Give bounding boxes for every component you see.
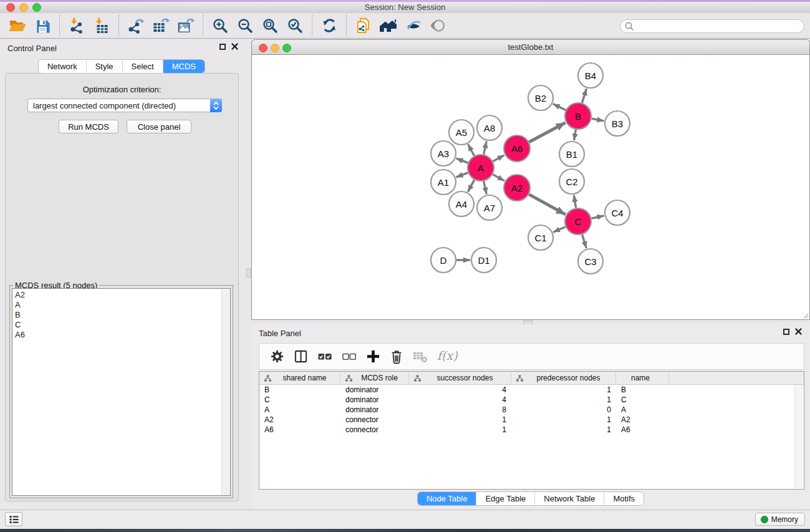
tab-mcds[interactable]: MCDS	[163, 60, 205, 73]
table-row[interactable]: A6connector11A6	[259, 425, 804, 435]
graph-edge-A-A3[interactable]	[456, 158, 468, 163]
table-row[interactable]: A2connector11A2	[259, 415, 804, 425]
network-canvas[interactable]: B4B2BB3A8A5A6A3B1AA1C2A2A4A7C4CC1C3DD1	[251, 55, 810, 320]
close-table-panel-icon[interactable]	[795, 328, 802, 335]
graph-node-A7[interactable]: A7	[477, 195, 502, 220]
deselect-all-button[interactable]	[342, 349, 357, 364]
graph-edge-B-B4[interactable]	[582, 89, 586, 103]
import-network-button[interactable]	[64, 14, 89, 37]
graph-node-A[interactable]: A	[468, 155, 494, 181]
table-scrollbar[interactable]	[794, 385, 803, 488]
column-header-MCDS-role[interactable]: MCDS role	[340, 372, 409, 384]
add-row-button[interactable]	[366, 349, 380, 364]
graph-node-B3[interactable]: B3	[605, 111, 630, 136]
table-row[interactable]: Bdominator41B	[259, 385, 804, 395]
tab-style[interactable]: Style	[86, 60, 122, 73]
function-builder-button[interactable]: f(x)	[437, 349, 458, 362]
zoom-in-button[interactable]	[208, 14, 233, 37]
column-header-name[interactable]: name	[616, 372, 669, 384]
graph-node-A4[interactable]: A4	[449, 191, 474, 216]
graph-edge-A-A4[interactable]	[468, 180, 474, 191]
graph-edge-A-A1[interactable]	[456, 173, 468, 177]
tab-node-table[interactable]: Node Table	[418, 492, 476, 505]
table-settings-button[interactable]	[270, 349, 284, 364]
result-item[interactable]: A	[12, 300, 230, 310]
graph-node-A6[interactable]: A6	[504, 135, 530, 162]
graph-node-C1[interactable]: C1	[528, 225, 553, 250]
graph-node-A8[interactable]: A8	[477, 115, 502, 140]
graph-node-D[interactable]: D	[431, 248, 456, 273]
tab-network[interactable]: Network	[39, 60, 86, 73]
graph-node-B4[interactable]: B4	[578, 63, 603, 88]
graph-node-C[interactable]: C	[565, 208, 591, 235]
result-item[interactable]: A2	[12, 289, 230, 300]
export-network-button[interactable]	[123, 14, 148, 37]
task-history-button[interactable]	[5, 512, 22, 526]
graph-node-A2[interactable]: A2	[504, 175, 530, 201]
result-item[interactable]: B	[12, 310, 230, 320]
graph-node-C4[interactable]: C4	[605, 200, 630, 225]
graph-edge-A6-B[interactable]	[529, 123, 565, 142]
delete-table-button[interactable]	[413, 351, 428, 363]
graph-node-A1[interactable]: A1	[431, 170, 456, 195]
close-panel-icon[interactable]	[231, 43, 238, 50]
graph-edge-A2-C[interactable]	[529, 195, 566, 215]
graph-node-C3[interactable]: C3	[578, 249, 603, 274]
select-all-button[interactable]	[317, 349, 332, 364]
graph-edge-C-C2[interactable]	[574, 195, 576, 208]
table-row[interactable]: Cdominator41C	[259, 395, 804, 405]
column-header-shared-name[interactable]: shared name	[259, 372, 340, 384]
network-window-titlebar[interactable]: testGlobe.txt	[251, 39, 810, 55]
export-image-button[interactable]	[173, 14, 198, 37]
float-table-panel-icon[interactable]	[783, 329, 789, 335]
graph-edge-C-C4[interactable]	[591, 216, 604, 218]
search-input[interactable]	[635, 21, 804, 31]
column-header-predecessor-nodes[interactable]: predecessor nodes	[511, 372, 616, 384]
hide-graphics-button[interactable]	[401, 14, 426, 37]
table-row[interactable]: Adominator80A	[259, 405, 804, 415]
zoom-selected-button[interactable]	[282, 14, 307, 37]
tab-edge-table[interactable]: Edge Table	[476, 492, 534, 505]
graph-edge-A-A6[interactable]	[493, 155, 504, 162]
graph-node-A3[interactable]: A3	[431, 141, 456, 166]
graph-node-B[interactable]: B	[565, 103, 591, 129]
graph-edge-A-A7[interactable]	[484, 181, 487, 194]
graph-edge-A-A2[interactable]	[493, 175, 504, 181]
result-item[interactable]: C	[12, 320, 230, 330]
tab-motifs[interactable]: Motifs	[604, 492, 644, 505]
graph-node-C2[interactable]: C2	[559, 169, 584, 194]
import-table-button[interactable]	[89, 14, 114, 37]
delete-row-button[interactable]	[390, 349, 403, 364]
save-session-button[interactable]	[30, 14, 55, 37]
graph-node-B1[interactable]: B1	[559, 142, 584, 167]
home-layout-button[interactable]	[376, 14, 401, 37]
tab-select[interactable]: Select	[122, 60, 163, 73]
graph-edge-B-B2[interactable]	[553, 104, 566, 110]
run-mcds-button[interactable]: Run MCDS	[59, 120, 118, 133]
float-panel-icon[interactable]	[219, 44, 226, 50]
column-header-successor-nodes[interactable]: successor nodes	[409, 372, 511, 384]
graph-node-B2[interactable]: B2	[528, 85, 553, 110]
graph-node-A5[interactable]: A5	[449, 120, 474, 145]
graph-edge-C-C3[interactable]	[582, 235, 587, 248]
show-columns-button[interactable]	[294, 349, 308, 364]
criterion-dropdown[interactable]: largest connected component (directed)	[27, 99, 222, 112]
close-panel-button[interactable]: Close panel	[127, 120, 191, 133]
mcds-result-list[interactable]: A2ABCA6	[12, 288, 231, 496]
zoom-fit-button[interactable]	[258, 14, 282, 37]
vertical-splitter-handle[interactable]	[246, 268, 251, 278]
export-table-button[interactable]	[148, 14, 173, 37]
graph-edge-A-A5[interactable]	[468, 144, 475, 155]
result-item[interactable]: A6	[12, 330, 230, 340]
copy-network-button[interactable]	[351, 14, 376, 37]
window-resize-grip[interactable]	[802, 312, 809, 319]
graph-edge-A-A8[interactable]	[484, 141, 487, 154]
memory-button[interactable]: Memory	[755, 513, 805, 526]
tab-network-table[interactable]: Network Table	[534, 492, 604, 505]
graph-edge-B-B3[interactable]	[592, 118, 604, 121]
graph-edge-B-B1[interactable]	[574, 130, 576, 141]
search-field[interactable]	[620, 19, 804, 33]
graph-node-D1[interactable]: D1	[471, 248, 496, 273]
zoom-out-button[interactable]	[233, 14, 258, 37]
result-scrollbar[interactable]	[221, 289, 230, 495]
